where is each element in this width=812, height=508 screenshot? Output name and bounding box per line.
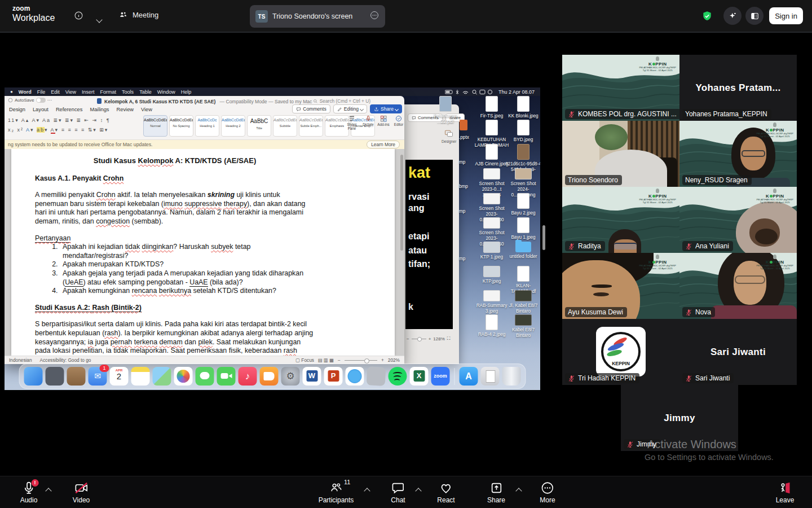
share-options-chevron[interactable] <box>515 488 522 494</box>
dock-photos-icon[interactable] <box>174 367 193 386</box>
style-card[interactable]: AaBbCcDdEeNo Spacing <box>169 115 193 137</box>
tab-more-icon[interactable] <box>369 10 379 23</box>
video-tile-kombes[interactable]: KPPINPELATIHAN EDL-GCRP-digTERPTgl 31 Ma… <box>562 55 679 121</box>
security-shield-icon[interactable] <box>701 10 713 24</box>
file-label-partial[interactable]: mp <box>459 160 465 165</box>
menu-format[interactable]: Format <box>100 89 117 95</box>
ppt-designer-button[interactable]: Designer <box>442 129 456 143</box>
file-label-partial[interactable]: bmp <box>459 184 468 189</box>
desktop-file[interactable]: Peluncuran...22.pdf <box>427 96 464 125</box>
menu-view[interactable]: View <box>65 89 76 95</box>
video-button[interactable]: Video <box>73 481 90 504</box>
video-tile-sari[interactable]: Sari Jiwanti Sari Jiwanti <box>679 319 797 385</box>
tab-references[interactable]: References <box>56 107 83 112</box>
menu-help[interactable]: Help <box>181 89 192 95</box>
add-ins-button[interactable]: Add-ins <box>375 115 392 126</box>
tab-review[interactable]: Review <box>117 107 134 112</box>
style-card[interactable]: AaBbCcDdEeSubtitle <box>273 115 297 137</box>
dock-calendar-icon[interactable]: APR2 <box>110 367 129 386</box>
desktop-file[interactable]: Fir-TS.jpeg <box>474 96 510 119</box>
share-screen-button[interactable]: Share <box>487 481 505 504</box>
desktop-file[interactable]: KK Blonki.jpeg <box>505 96 540 119</box>
menu-file[interactable]: File <box>37 89 46 95</box>
dock-appstore-icon[interactable]: A <box>460 367 478 386</box>
video-tile-tri-hadiah[interactable]: KEPPIN Tri Hadiah KEPPIN <box>562 319 679 385</box>
video-tile-neny[interactable]: KPPINPELATIHAN EDL-GCRP-digTERPTgl 31 Ma… <box>679 121 797 187</box>
info-icon[interactable] <box>74 11 83 23</box>
style-card[interactable]: AaBbCcDdEeNormal <box>143 115 167 137</box>
style-card[interactable]: AaBbCcDcHeading 1 <box>195 115 219 137</box>
desktop-file[interactable]: RAB-4 2.jpeg <box>474 314 510 338</box>
participants-options-chevron[interactable] <box>364 488 370 494</box>
dock-finder-icon[interactable] <box>24 367 43 386</box>
style-card[interactable]: AaBbCcDdEeHeading 2 <box>221 115 245 137</box>
learn-more-button[interactable]: Learn More <box>367 141 400 148</box>
dock-word-icon[interactable]: W <box>303 367 321 386</box>
dock-notes-icon[interactable] <box>131 367 150 386</box>
menubar-status-icons[interactable] <box>445 89 493 95</box>
tab-shared-screen[interactable]: TS Triono Soendoro's screen <box>250 5 385 28</box>
dock-books-icon[interactable] <box>260 367 279 386</box>
dock-facetime-icon[interactable] <box>217 367 236 386</box>
dock-music-icon[interactable]: ♪ <box>239 367 257 386</box>
chevron-down-icon[interactable] <box>97 14 102 24</box>
dock-mail-icon[interactable]: ✉1 <box>89 367 107 386</box>
editing-button[interactable]: Editing <box>333 104 367 113</box>
desktop-file[interactable]: AJB Cinere.jpeg <box>474 144 510 167</box>
menu-edit[interactable]: Edit <box>51 89 60 95</box>
language-status[interactable]: Indonesian <box>9 357 32 363</box>
video-tile-triono[interactable]: Triono Soendoro <box>562 121 679 187</box>
style-card[interactable]: AaBbCcDdEeSubtle Emph... <box>299 115 323 137</box>
desktop-file[interactable]: RAB-Summary3.jpeg <box>474 290 510 314</box>
file-label-partial[interactable]: mp <box>459 209 465 214</box>
share-button[interactable]: Share <box>370 104 402 113</box>
menu-tools[interactable]: Tools <box>122 89 134 95</box>
dock-zoom-icon[interactable]: zoom <box>431 367 450 386</box>
accessibility-status[interactable]: Accessibility: Good to go <box>40 357 91 363</box>
video-tile-ana[interactable]: KPPINPELATIHAN EDL-GCRP-digTERPTgl 31 Ma… <box>679 187 797 253</box>
desktop-file[interactable]: Bayu 2.jpeg <box>505 193 540 216</box>
video-tile-yohanes[interactable]: Yohanes Pratam... Yohanes Pratama_KEPPIN <box>679 55 797 121</box>
desktop-file[interactable]: Bayu 1.jpeg <box>505 217 540 240</box>
dictate-button[interactable]: Dictate <box>360 115 377 126</box>
menu-table[interactable]: Table <box>139 89 152 95</box>
audio-button[interactable]: ! Audio <box>20 481 38 504</box>
dock-keynote-icon[interactable] <box>367 366 386 386</box>
dock-maps-icon[interactable] <box>153 367 171 386</box>
tab-mailings[interactable]: Mailings <box>90 107 109 112</box>
desktop-folder[interactable]: untitled folder <box>505 242 540 260</box>
file-label-partial[interactable]: .pptx <box>459 135 469 140</box>
dock-printer-icon[interactable] <box>481 367 500 386</box>
ppt-zoom-control[interactable]: −+ 128%⛶ <box>407 336 457 341</box>
document-scrollbar[interactable] <box>400 155 403 251</box>
dock-launchpad-icon[interactable] <box>46 367 64 386</box>
dock-excel-icon[interactable]: X <box>410 367 429 386</box>
view-buttons[interactable]: ▤ ▥ ▦ <box>318 357 334 363</box>
word-search[interactable]: Search (Cmd + Ctrl + U) <box>313 98 370 104</box>
tab-layout[interactable]: Layout <box>33 107 48 112</box>
video-tile-ayu[interactable]: KPPINPELATIHAN EDL-GCRP-digTERPTgl 31 Ma… <box>562 253 679 319</box>
chat-button[interactable]: Chat <box>391 481 405 504</box>
document-page[interactable]: Studi Kasus Kelompok A: KTD/KTDS (AE/SAE… <box>11 149 395 356</box>
dock-safari-icon[interactable] <box>346 367 364 386</box>
tab-meeting[interactable]: Meeting <box>118 10 158 20</box>
style-card[interactable]: AaBbCTitle <box>247 115 271 137</box>
focus-button[interactable]: ▢ Focus <box>295 357 314 363</box>
participants-button[interactable]: 11 Participants <box>319 481 354 504</box>
menu-word[interactable]: Word <box>19 89 32 95</box>
desktop-file[interactable]: Jl. Kabel E8/7Bintaro <box>505 290 540 314</box>
tab-design[interactable]: Design <box>9 107 25 112</box>
sign-in-button[interactable]: Sign in <box>769 7 803 24</box>
desktop-file[interactable]: KTP 1.jpeg <box>474 242 510 260</box>
view-layout-button[interactable] <box>745 7 764 25</box>
ai-companion-button[interactable] <box>723 7 742 25</box>
menu-window[interactable]: Window <box>157 89 175 95</box>
menu-insert[interactable]: Insert <box>82 89 95 95</box>
zoom-slider[interactable] <box>345 360 377 361</box>
dock-settings-icon[interactable]: ⚙ <box>281 367 300 386</box>
react-button[interactable]: React <box>437 481 454 504</box>
video-tile-raditya[interactable]: KPPINPELATIHAN EDL-GCRP-digTERPTgl 31 Ma… <box>562 187 679 253</box>
styles-pane-button[interactable]: Styles Pane <box>343 115 360 131</box>
leave-button[interactable]: Leave <box>776 481 795 504</box>
dock-trash-icon[interactable] <box>502 367 521 386</box>
